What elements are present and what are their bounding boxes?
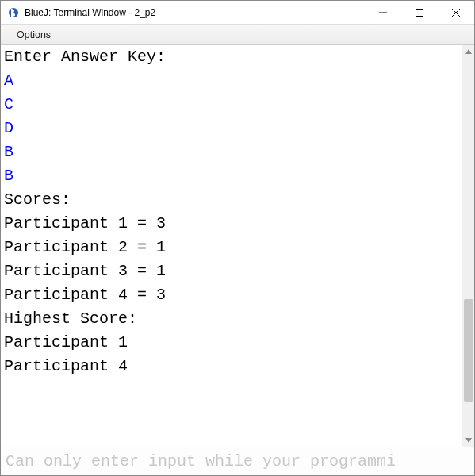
titlebar: BlueJ: Terminal Window - 2_p2 (1, 1, 474, 25)
minimize-button[interactable] (365, 1, 401, 24)
terminal-output: Enter Answer Key: A C D B B Scores: Part… (1, 45, 462, 447)
output-line: B (4, 143, 13, 161)
output-line: Participant 1 = 3 (4, 214, 166, 232)
window-title: BlueJ: Terminal Window - 2_p2 (25, 7, 365, 18)
maximize-button[interactable] (401, 1, 438, 24)
terminal-area: Enter Answer Key: A C D B B Scores: Part… (1, 45, 474, 447)
scroll-thumb[interactable] (464, 299, 473, 402)
svg-rect-2 (416, 9, 423, 16)
output-line: B (4, 167, 13, 185)
terminal-input[interactable]: Can only enter input while your programm… (1, 447, 474, 475)
close-button[interactable] (438, 1, 474, 24)
options-menu[interactable]: Options (9, 28, 59, 42)
minimize-icon (379, 9, 387, 17)
output-line: A (4, 71, 13, 90)
bluej-icon (7, 6, 20, 19)
output-line: Participant 4 = 3 (4, 286, 166, 304)
output-line: D (4, 119, 13, 137)
menubar: Options (1, 25, 474, 45)
scroll-up-icon[interactable] (462, 45, 474, 58)
output-line: Participant 4 (4, 357, 128, 375)
output-line: Participant 1 (4, 333, 128, 351)
output-line: Scores: (4, 190, 71, 209)
output-line: Highest Score: (4, 309, 137, 328)
scroll-down-icon[interactable] (462, 434, 474, 447)
maximize-icon (416, 9, 423, 17)
output-line: Participant 3 = 1 (4, 262, 166, 280)
window-controls (365, 1, 474, 24)
output-line: Enter Answer Key: (4, 48, 166, 66)
close-icon (452, 9, 460, 17)
output-line: C (4, 95, 13, 113)
input-placeholder: Can only enter input while your programm… (6, 452, 396, 470)
scrollbar[interactable] (462, 45, 474, 447)
output-line: Participant 2 = 1 (4, 238, 166, 256)
